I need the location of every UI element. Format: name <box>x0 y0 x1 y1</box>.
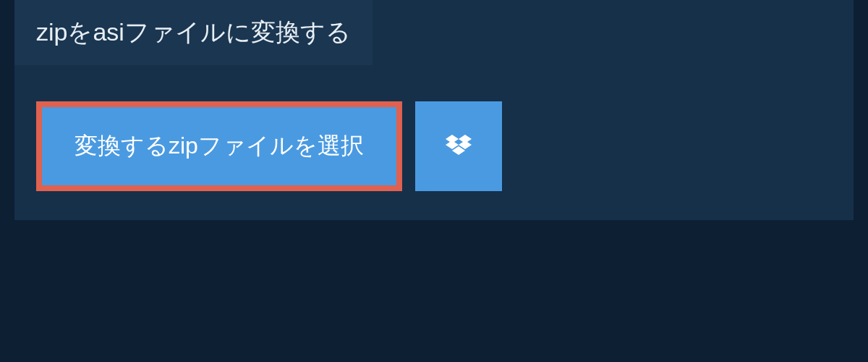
page-title-tab: zipをasiファイルに変換する <box>14 0 373 65</box>
conversion-panel: zipをasiファイルに変換する 変換するzipファイルを選択 <box>14 0 854 220</box>
select-file-label: 変換するzipファイルを選択 <box>75 130 364 162</box>
button-row: 変換するzipファイルを選択 <box>36 101 854 191</box>
dropbox-button[interactable] <box>415 101 502 191</box>
select-file-button[interactable]: 変換するzipファイルを選択 <box>36 101 402 191</box>
page-title: zipをasiファイルに変換する <box>36 18 351 46</box>
dropbox-icon <box>446 135 472 158</box>
